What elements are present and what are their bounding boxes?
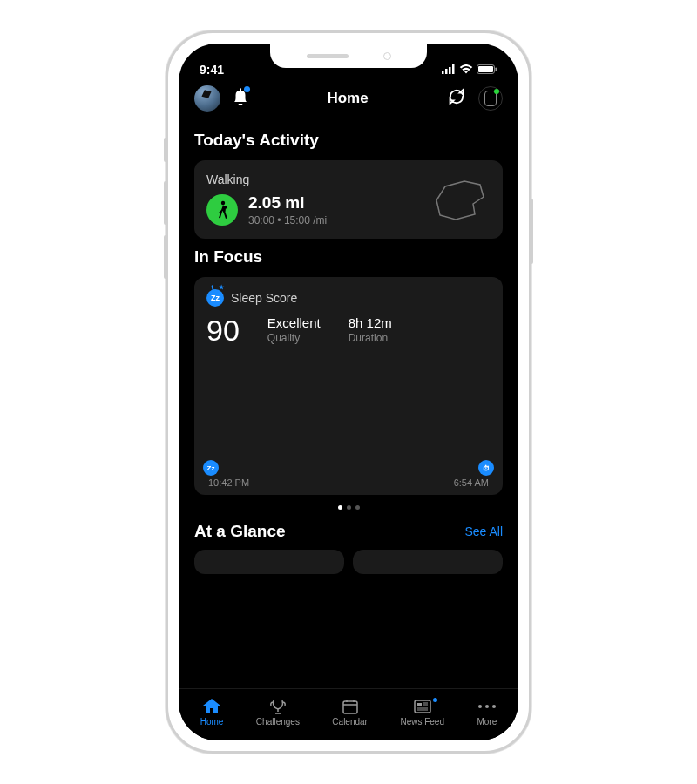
tab-label: More: [477, 717, 497, 727]
activity-section-title: Today's Activity: [194, 131, 503, 150]
news-feed-icon: [414, 698, 431, 715]
silent-switch: [164, 138, 167, 162]
status-time: 9:41: [200, 63, 224, 77]
volume-down-button: [164, 235, 167, 279]
svg-rect-12: [415, 700, 430, 713]
tab-label: Calendar: [332, 717, 368, 727]
notifications-button[interactable]: [233, 88, 248, 109]
main-content: Today's Activity Walking 2.05 mi 30:00 •…: [179, 122, 518, 574]
sleep-duration-label: Duration: [348, 332, 392, 344]
sleep-quality-label: Quality: [267, 332, 321, 344]
svg-rect-13: [417, 703, 422, 706]
power-button: [530, 199, 533, 264]
tab-bar: HomeChallengesCalendarNews FeedMore: [179, 688, 518, 740]
glance-cards-row: [194, 550, 503, 574]
activity-card[interactable]: Walking 2.05 mi 30:00 • 15:00 /mi: [194, 160, 503, 239]
sleep-start-badge-icon: Zz: [203, 460, 219, 476]
sleep-end-badge-icon: ⏱: [478, 460, 494, 476]
svg-point-19: [485, 705, 489, 708]
pager-dot[interactable]: [338, 505, 342, 510]
glance-card[interactable]: [194, 550, 344, 574]
pager[interactable]: [194, 505, 503, 510]
focus-section-title: In Focus: [194, 247, 503, 267]
screen: 9:41 Home: [179, 44, 518, 740]
tab-notification-dot-icon: [433, 698, 437, 702]
activity-detail: 30:00 • 15:00 /mi: [248, 214, 327, 226]
svg-rect-3: [452, 64, 455, 74]
sleep-start-time: 10:42 PM: [208, 477, 249, 488]
calendar-icon: [342, 698, 358, 715]
svg-point-18: [478, 705, 482, 708]
home-icon: [203, 698, 220, 715]
svg-rect-8: [343, 701, 357, 713]
notch: [270, 44, 427, 68]
cellular-signal-icon: [442, 63, 456, 77]
page-title: Home: [327, 90, 368, 107]
app-header: Home: [179, 78, 518, 122]
route-map-icon: [430, 176, 491, 224]
more-icon: [477, 698, 497, 715]
notification-dot-icon: [244, 86, 250, 92]
sleep-score-value: 90: [206, 315, 240, 345]
tab-label: News Feed: [400, 717, 444, 727]
device-connected-dot-icon: [494, 89, 499, 94]
speaker-grill: [307, 54, 348, 58]
sync-button[interactable]: [447, 87, 466, 110]
tab-label: Home: [200, 717, 224, 727]
sleep-score-card[interactable]: Zz Sleep Score 90 Excellent Quality 8h 1…: [194, 277, 503, 495]
sleep-icon: Zz: [206, 289, 224, 307]
wifi-icon: [459, 63, 473, 77]
activity-distance: 2.05 mi: [248, 193, 327, 213]
sleep-duration-value: 8h 12m: [348, 315, 392, 330]
svg-point-20: [492, 705, 496, 708]
device-button[interactable]: [478, 86, 503, 111]
phone-frame: 9:41 Home: [166, 30, 531, 754]
activity-type-label: Walking: [206, 172, 417, 186]
sync-icon: [447, 87, 466, 106]
svg-rect-0: [442, 71, 444, 74]
see-all-link[interactable]: See All: [464, 524, 503, 538]
svg-rect-1: [445, 69, 448, 74]
tab-challenges[interactable]: Challenges: [256, 698, 300, 727]
svg-rect-6: [496, 68, 497, 71]
glance-card[interactable]: [353, 550, 503, 574]
sleep-chart: Zz ⏱ 10:42 PM 6:54 AM: [208, 355, 489, 486]
front-camera: [383, 52, 391, 60]
pager-dot[interactable]: [355, 505, 360, 510]
tab-calendar[interactable]: Calendar: [332, 698, 368, 727]
glance-section-title: At a Glance: [194, 522, 286, 541]
svg-rect-2: [449, 67, 451, 74]
volume-up-button: [164, 181, 167, 225]
profile-avatar[interactable]: [194, 85, 220, 112]
status-indicators: [442, 63, 497, 77]
sleep-quality-value: Excellent: [267, 315, 321, 330]
tab-more[interactable]: More: [477, 698, 497, 727]
tab-news-feed[interactable]: News Feed: [400, 698, 444, 727]
tab-home[interactable]: Home: [200, 698, 224, 727]
svg-rect-5: [478, 66, 493, 72]
tab-label: Challenges: [256, 717, 300, 727]
challenges-icon: [269, 698, 287, 715]
svg-point-7: [221, 201, 225, 205]
battery-icon: [477, 63, 497, 77]
walking-icon: [206, 194, 238, 226]
sleep-label: Sleep Score: [231, 291, 297, 305]
sleep-end-time: 6:54 AM: [454, 477, 489, 488]
pager-dot[interactable]: [347, 505, 351, 510]
